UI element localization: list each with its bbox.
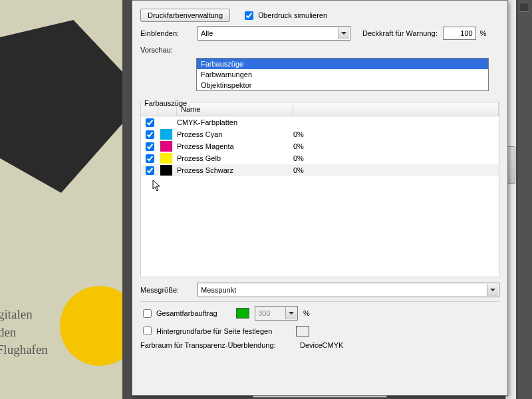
color-swatch (160, 153, 172, 164)
row-name: Prozess Schwarz (177, 166, 293, 174)
color-swatch (160, 165, 172, 176)
panel-menu-icon[interactable] (519, 3, 529, 12)
total-ink-value: 300 (258, 309, 270, 317)
simulate-overprint-checkbox[interactable] (245, 11, 253, 20)
row-name: CMYK-Farbplatten (177, 118, 293, 126)
sample-size-value: Messpunkt (201, 286, 236, 294)
separations-table: Name CMYK-FarbplattenProzess Cyan0%Proze… (140, 102, 499, 277)
sample-size-select[interactable]: Messpunkt (198, 283, 499, 297)
chevron-down-icon (285, 307, 297, 319)
row-percent: 0% (293, 142, 353, 150)
blend-space-value: DeviceCMYK (300, 341, 343, 349)
preview-label: Vorschau: (140, 46, 192, 54)
row-visibility-checkbox[interactable] (146, 118, 154, 127)
row-name: Prozess Cyan (177, 130, 293, 138)
show-select[interactable]: Alle (198, 26, 350, 41)
divider (140, 301, 499, 302)
warning-opacity-label: Deckkraft für Warnung: (362, 29, 438, 37)
color-swatch (160, 141, 172, 152)
row-visibility-checkbox[interactable] (146, 130, 154, 139)
row-visibility-checkbox[interactable] (146, 142, 154, 151)
show-label: Einblenden: (140, 29, 192, 37)
cursor-icon (152, 180, 163, 193)
total-ink-checkbox[interactable] (143, 309, 152, 318)
row-visibility-checkbox[interactable] (146, 154, 154, 163)
output-preview-dialog: Druckfarbenverwaltung Überdruck simulier… (132, 0, 508, 396)
warning-opacity-input[interactable] (443, 27, 476, 40)
chevron-down-icon (338, 27, 349, 39)
row-name: Prozess Magenta (177, 142, 293, 150)
color-swatch (160, 129, 172, 140)
preview-sample-text: s digitalen für den ter Flughafen (0, 306, 48, 359)
table-row[interactable]: Prozess Schwarz0% (141, 164, 499, 176)
table-row[interactable]: Prozess Magenta0% (141, 140, 499, 152)
preview-option-object-inspector[interactable]: Objektinspektor (197, 80, 488, 90)
document-preview: s digitalen für den ter Flughafen (0, 0, 122, 399)
row-visibility-checkbox[interactable] (146, 166, 154, 175)
column-name[interactable]: Name (177, 102, 293, 116)
table-header: Name (141, 102, 499, 116)
page-bg-color-chip[interactable] (296, 326, 309, 336)
blend-space-label: Farbraum für Transparenz-Überblendung: (140, 341, 300, 349)
warning-opacity-unit: % (480, 29, 487, 37)
preview-option-color-warnings[interactable]: Farbwarnungen (197, 69, 488, 80)
total-ink-unit: % (303, 309, 310, 317)
table-row[interactable]: Prozess Cyan0% (141, 128, 499, 140)
total-ink-label: Gesamtfarbauftrag (156, 309, 236, 317)
chevron-down-icon (487, 284, 498, 296)
preview-option-separations[interactable]: Farbauszüge (197, 59, 488, 69)
ink-manager-button[interactable]: Druckfarbenverwaltung (140, 9, 230, 22)
page-bg-checkbox[interactable] (143, 327, 152, 335)
row-percent: 0% (293, 130, 353, 138)
separations-group-label: Farbauszüge (142, 99, 190, 107)
total-ink-color-chip[interactable] (236, 308, 249, 319)
preview-shape-dark (0, 20, 122, 193)
simulate-overprint-label: Überdruck simulieren (258, 11, 327, 19)
row-percent: 0% (293, 154, 353, 162)
panel-dock (517, 0, 532, 399)
row-name: Prozess Gelb (177, 154, 293, 162)
table-row[interactable]: CMYK-Farbplatten (141, 116, 499, 128)
table-row[interactable]: Prozess Gelb0% (141, 152, 499, 164)
preview-listbox[interactable]: Farbauszüge Farbwarnungen Objektinspekto… (196, 58, 489, 91)
row-percent: 0% (293, 166, 353, 174)
preview-shape-circle (60, 286, 122, 366)
show-select-value: Alle (201, 29, 213, 37)
page-bg-label: Hintergrundfarbe für Seite festlegen (156, 327, 296, 335)
sample-size-label: Messgröße: (140, 286, 192, 294)
total-ink-value-select[interactable]: 300 (255, 306, 298, 321)
